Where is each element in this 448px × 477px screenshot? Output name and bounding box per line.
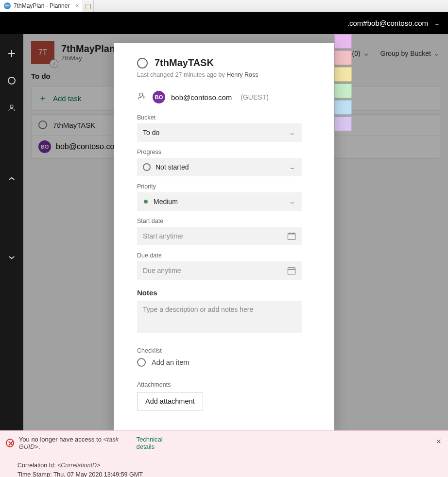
- plan-tile[interactable]: 7T i: [31, 41, 54, 64]
- priority-select[interactable]: Medium ⌄: [137, 192, 302, 211]
- start-date-input-wrap: [137, 227, 302, 245]
- dialog-title-row: 7thMayTASK: [137, 57, 311, 68]
- error-message: You no longer have access to <task GUID>…: [19, 436, 132, 450]
- tab-title: 7thMayPlan - Planner: [14, 2, 69, 9]
- chevron-down-icon: ⌄: [288, 130, 296, 136]
- start-date-label: Start date: [137, 218, 311, 224]
- plus-icon: ＋: [38, 92, 47, 104]
- plan-subtitle: 7thMay: [61, 54, 115, 62]
- info-icon[interactable]: i: [50, 59, 58, 68]
- bucket-field: Bucket To do ⌄: [137, 114, 311, 142]
- assign-icon: [137, 91, 147, 103]
- progress-value: Not started: [155, 163, 189, 171]
- add-attachment-button[interactable]: Add attachment: [137, 392, 203, 410]
- priority-field: Priority Medium ⌄: [137, 183, 311, 211]
- dialog-title[interactable]: 7thMayTASK: [155, 57, 214, 68]
- checkbox-icon: [137, 358, 146, 367]
- suite-header: .com#bob@contoso.com ⌄: [0, 12, 448, 34]
- guest-badge: (GUEST): [241, 93, 269, 101]
- svg-point-1: [139, 93, 143, 96]
- checklist-add-item[interactable]: Add an item: [137, 358, 311, 367]
- priority-label: Priority: [137, 183, 311, 190]
- bucket-value: To do: [143, 129, 159, 136]
- last-changed-text: Last changed 27 minutes ago by Henry Ros…: [137, 71, 311, 78]
- ie-icon: [4, 2, 11, 9]
- not-started-icon: [143, 163, 151, 171]
- svg-rect-3: [288, 268, 295, 274]
- chevron-down-icon: ⌄: [288, 164, 296, 170]
- svg-point-0: [10, 105, 13, 108]
- add-task-label: Add task: [53, 94, 81, 102]
- chevron-down-icon: ⌄: [288, 199, 296, 204]
- plan-title: 7thMayPlan: [61, 43, 115, 54]
- label-swatch[interactable]: [334, 51, 352, 65]
- account-label[interactable]: .com#bob@contoso.com: [347, 19, 428, 27]
- hub-icon[interactable]: [7, 76, 17, 85]
- task-dialog: ⌃ 7thMayTASK Last changed 27 minutes ago…: [114, 43, 334, 430]
- avatar: BO: [38, 140, 51, 153]
- assigned-to-me-icon[interactable]: [7, 103, 17, 113]
- label-swatch[interactable]: [334, 84, 352, 98]
- technical-details-link[interactable]: Technical details: [136, 436, 179, 450]
- progress-field: Progress Not started ⌄: [137, 149, 311, 176]
- close-icon[interactable]: ×: [436, 437, 441, 447]
- plan-tile-text: 7T: [38, 48, 48, 57]
- browser-tab[interactable]: 7thMayPlan - Planner ×: [0, 0, 83, 12]
- start-date-input[interactable]: [143, 232, 287, 240]
- assign-row[interactable]: BO bob@contoso.com (GUEST): [137, 91, 311, 103]
- close-icon[interactable]: ×: [75, 2, 79, 9]
- calendar-icon[interactable]: [287, 231, 296, 241]
- checklist-add-label: Add an item: [152, 358, 189, 366]
- avatar: BO: [153, 91, 165, 103]
- calendar-icon[interactable]: [287, 266, 296, 275]
- notes-label: Notes: [137, 289, 311, 297]
- due-date-label: Due date: [137, 252, 311, 259]
- app-body: + ⌃ ⌄ 7T i 7thMayPlan 7thMay To do ＋ Add…: [0, 34, 448, 430]
- priority-dot-icon: [144, 200, 148, 204]
- complete-toggle-icon[interactable]: [137, 58, 148, 68]
- svg-rect-2: [288, 233, 295, 239]
- checklist-label: Checklist: [137, 347, 311, 354]
- browser-tab-bar: 7thMayPlan - Planner × ▢: [0, 0, 448, 12]
- priority-value: Medium: [154, 198, 178, 205]
- progress-select[interactable]: Not started ⌄: [137, 158, 302, 176]
- assignee-email: bob@contoso.com: [171, 93, 232, 102]
- complete-toggle-icon[interactable]: [38, 120, 47, 129]
- task-title: 7thMayTASK: [53, 121, 95, 129]
- new-tab-button[interactable]: ▢: [83, 0, 94, 12]
- label-swatch[interactable]: [334, 100, 352, 115]
- due-date-field: Due date: [137, 252, 311, 280]
- error-tech-block: Correlation Id: <CorrelationID> Time Sta…: [17, 461, 441, 477]
- error-icon: [6, 439, 14, 447]
- attachments-label: Attachments: [137, 381, 311, 388]
- assignee-email: bob@contoso.com: [56, 142, 121, 151]
- start-date-field: Start date: [137, 218, 311, 245]
- board-controls: ilter (0)⌄ Group by Bucket⌄: [339, 48, 440, 58]
- new-plan-button[interactable]: +: [7, 49, 17, 58]
- due-date-input[interactable]: [143, 267, 287, 274]
- bucket-label: Bucket: [137, 114, 311, 121]
- collapse-up-icon[interactable]: ⌃: [5, 177, 18, 187]
- expand-down-icon[interactable]: ⌄: [5, 251, 18, 260]
- left-rail: + ⌃ ⌄: [0, 34, 23, 430]
- chevron-down-icon[interactable]: ⌄: [433, 19, 441, 26]
- group-by-button[interactable]: Group by Bucket⌄: [380, 48, 440, 58]
- progress-label: Progress: [137, 149, 311, 155]
- label-swatch[interactable]: [334, 34, 352, 49]
- due-date-input-wrap: [137, 261, 302, 280]
- label-swatch[interactable]: [334, 117, 352, 131]
- label-swatch[interactable]: [334, 67, 352, 82]
- error-bar: You no longer have access to <task GUID>…: [0, 430, 448, 477]
- bucket-select[interactable]: To do ⌄: [137, 123, 302, 142]
- label-swatches: [334, 34, 352, 133]
- notes-textarea[interactable]: [137, 301, 302, 333]
